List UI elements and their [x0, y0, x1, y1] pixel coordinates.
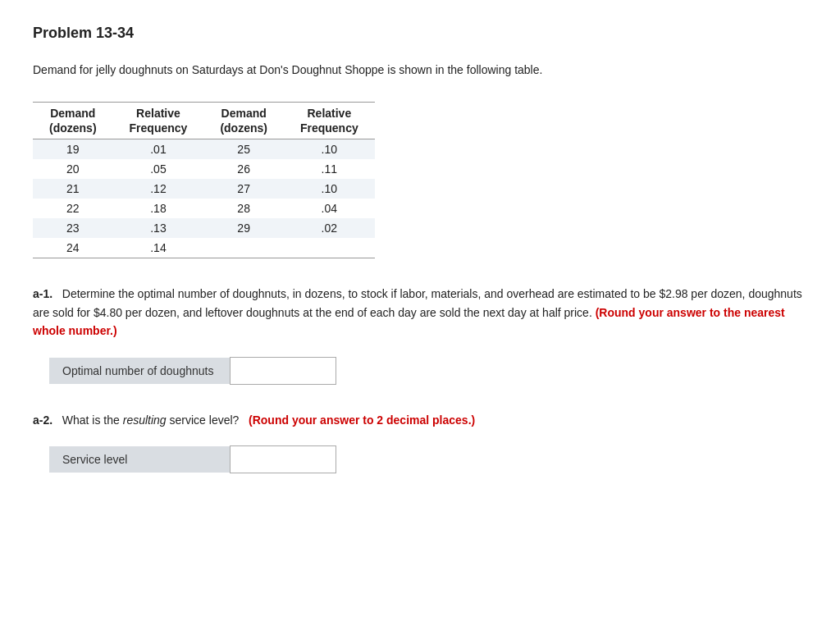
intro-text: Demand for jelly doughnuts on Saturdays …: [33, 62, 807, 79]
table-cell: [284, 238, 375, 258]
table-row: 21.1227.10: [33, 179, 375, 199]
table-cell: 25: [203, 139, 284, 160]
a1-answer-row: Optimal number of doughnuts: [49, 357, 807, 385]
table-cell: 21: [33, 179, 113, 199]
a2-answer-row: Service level: [49, 445, 807, 473]
table-row: 19.0125.10: [33, 139, 375, 160]
a2-label: a-2.: [33, 413, 52, 427]
table-row: 23.1329.02: [33, 218, 375, 238]
a2-text: a-2. What is the resulting service level…: [33, 411, 807, 429]
a2-answer-input[interactable]: [230, 445, 336, 473]
a2-text-after: service level?: [167, 413, 240, 427]
table-row: 22.1828.04: [33, 199, 375, 218]
col-header-4: RelativeFrequency: [284, 103, 375, 139]
data-table: Demand(dozens) RelativeFrequency Demand(…: [33, 102, 807, 258]
table-cell: .10: [284, 179, 375, 199]
col-header-2: RelativeFrequency: [113, 103, 204, 139]
table-cell: 22: [33, 199, 113, 218]
table-cell: 20: [33, 159, 113, 179]
table-cell: .01: [113, 139, 204, 160]
question-a1: a-1. Determine the optimal number of dou…: [33, 285, 807, 384]
table-cell: 24: [33, 238, 113, 258]
col-header-1: Demand(dozens): [33, 103, 113, 139]
table-row: 24.14: [33, 238, 375, 258]
a2-highlight: (Round your answer to 2 decimal places.): [249, 413, 475, 427]
table-cell: 26: [203, 159, 284, 179]
table-cell: .12: [113, 179, 204, 199]
table-cell: 29: [203, 218, 284, 238]
a1-answer-label: Optimal number of doughnuts: [49, 358, 230, 384]
table-cell: [203, 238, 284, 258]
a2-text-before: What is the: [62, 413, 123, 427]
table-cell: .18: [113, 199, 204, 218]
table-cell: .10: [284, 139, 375, 160]
table-cell: .13: [113, 218, 204, 238]
table-cell: 19: [33, 139, 113, 160]
a2-answer-label: Service level: [49, 446, 230, 473]
table-cell: 27: [203, 179, 284, 199]
a2-text-italic: resulting: [123, 413, 167, 427]
col-header-3: Demand(dozens): [203, 103, 284, 139]
problem-title: Problem 13-34: [33, 25, 807, 42]
table-row: 20.0526.11: [33, 159, 375, 179]
table-cell: 28: [203, 199, 284, 218]
question-a2: a-2. What is the resulting service level…: [33, 411, 807, 473]
a1-text: a-1. Determine the optimal number of dou…: [33, 285, 807, 340]
a1-label: a-1.: [33, 287, 52, 300]
table-cell: .02: [284, 218, 375, 238]
a1-answer-input[interactable]: [230, 357, 336, 385]
table-cell: .11: [284, 159, 375, 179]
table-cell: .14: [113, 238, 204, 258]
table-cell: .05: [113, 159, 204, 179]
table-cell: 23: [33, 218, 113, 238]
table-cell: .04: [284, 199, 375, 218]
